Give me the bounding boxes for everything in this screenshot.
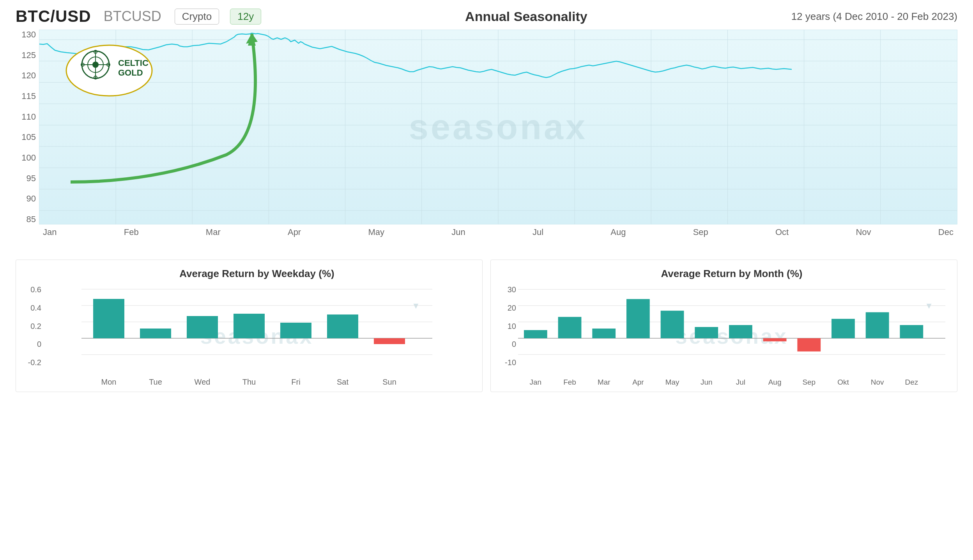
y-label-125: 125: [21, 50, 36, 60]
x-label-dec: Dec: [938, 227, 954, 237]
svg-text:Nov: Nov: [871, 378, 884, 386]
main-container: BTC/USD BTCUSD Crypto 12y Annual Seasona…: [0, 0, 973, 400]
x-label-apr: Apr: [288, 227, 301, 237]
bar-okt: [831, 319, 855, 338]
weekday-chart: Average Return by Weekday (%) 0.6 0.4 0.…: [16, 260, 483, 392]
x-label-may: May: [368, 227, 384, 237]
bar-sun: [374, 338, 405, 344]
svg-text:Sep: Sep: [802, 378, 816, 386]
svg-text:Sun: Sun: [382, 378, 396, 386]
svg-text:Fri: Fri: [291, 378, 300, 386]
monthly-bar-area: 30 20 10 0 -10 seasonax ▼: [518, 285, 945, 379]
bar-aug: [763, 338, 787, 341]
bar-nov: [866, 312, 889, 338]
bar-jun: [695, 327, 718, 338]
x-label-sep: Sep: [693, 227, 708, 237]
bar-tue: [140, 329, 171, 338]
y-label-130: 130: [21, 30, 36, 40]
header: BTC/USD BTCUSD Crypto 12y Annual Seasona…: [0, 0, 973, 30]
bar-fri: [280, 323, 311, 338]
svg-text:Dez: Dez: [905, 378, 918, 386]
weekday-bars-svg: seasonax ▼: [43, 285, 471, 387]
svg-text:Aug: Aug: [768, 378, 782, 386]
bar-wed: [187, 316, 218, 338]
x-label-oct: Oct: [775, 227, 789, 237]
celticgold-logo: CELTIC GOLD: [64, 43, 154, 98]
y-label-120: 120: [21, 71, 36, 81]
y-label-110: 110: [21, 112, 36, 122]
crypto-badge[interactable]: Crypto: [175, 9, 219, 25]
x-label-mar: Mar: [206, 227, 221, 237]
y-label-100: 100: [21, 153, 36, 163]
x-label-nov: Nov: [856, 227, 871, 237]
svg-text:May: May: [665, 378, 679, 386]
period-badge[interactable]: 12y: [230, 9, 261, 25]
monthly-chart-title: Average Return by Month (%): [518, 268, 945, 280]
y-label-115: 115: [21, 91, 36, 101]
svg-text:Mar: Mar: [598, 378, 610, 386]
chart-title: Annual Seasonality: [269, 9, 783, 24]
date-range: 12 years (4 Dec 2010 - 20 Feb 2023): [791, 11, 957, 23]
chart-plot: seasonax: [39, 30, 957, 224]
svg-text:Wed: Wed: [195, 378, 211, 386]
svg-text:Jun: Jun: [701, 378, 713, 386]
bar-mon: [93, 299, 124, 338]
bar-jan: [524, 330, 547, 338]
grid-svg: [39, 30, 957, 224]
y-axis: 130 125 120 115 110 105 100 95 90 85: [16, 30, 39, 224]
weekday-y-axis: 0.6 0.4 0.2 0 -0.2: [22, 285, 41, 367]
monthly-y-axis: 30 20 10 0 -10: [497, 285, 516, 367]
bar-may: [661, 311, 684, 338]
logo-container: CELTIC GOLD: [47, 45, 172, 96]
svg-marker-21: [246, 33, 258, 44]
weekday-bar-area: 0.6 0.4 0.2 0 -0.2 seasonax ▼: [43, 285, 471, 379]
x-axis: Jan Feb Mar Apr May Jun Jul Aug Sep Oct …: [39, 224, 957, 240]
y-label-105: 105: [21, 132, 36, 142]
bar-jul: [729, 325, 752, 338]
bar-thu: [234, 314, 265, 338]
x-label-jun: Jun: [451, 227, 465, 237]
svg-text:CELTIC: CELTIC: [118, 58, 149, 68]
monthly-bars-svg: seasonax ▼: [518, 285, 945, 387]
x-label-jan: Jan: [43, 227, 57, 237]
x-label-aug: Aug: [610, 227, 626, 237]
y-label-95: 95: [27, 173, 36, 184]
symbol-sub: BTCUSD: [104, 8, 161, 25]
x-label-feb: Feb: [124, 227, 139, 237]
svg-text:Thu: Thu: [242, 378, 256, 386]
svg-text:Mon: Mon: [101, 378, 117, 386]
svg-text:Tue: Tue: [149, 378, 162, 386]
svg-text:Feb: Feb: [563, 378, 576, 386]
bottom-charts: Average Return by Weekday (%) 0.6 0.4 0.…: [0, 252, 973, 400]
svg-text:Apr: Apr: [632, 378, 644, 386]
svg-text:Jul: Jul: [736, 378, 745, 386]
symbol-title: BTC/USD: [16, 7, 91, 26]
weekday-chart-title: Average Return by Weekday (%): [43, 268, 471, 280]
bar-dez: [900, 325, 923, 338]
bar-feb: [558, 317, 582, 338]
svg-text:Okt: Okt: [837, 378, 849, 386]
main-chart-area: 130 125 120 115 110 105 100 95 90 85: [0, 30, 973, 252]
bar-apr: [626, 299, 650, 338]
bar-sep: [797, 338, 821, 352]
x-label-jul: Jul: [532, 227, 543, 237]
svg-text:GOLD: GOLD: [118, 68, 143, 78]
bar-mar: [592, 329, 616, 338]
chart-wrapper: 130 125 120 115 110 105 100 95 90 85: [16, 30, 957, 240]
monthly-chart: Average Return by Month (%) 30 20 10 0 -…: [490, 260, 957, 392]
svg-text:Jan: Jan: [530, 378, 542, 386]
svg-text:Sat: Sat: [337, 378, 349, 386]
bar-sat: [327, 314, 358, 338]
y-label-85: 85: [27, 214, 36, 224]
y-label-90: 90: [27, 194, 36, 204]
